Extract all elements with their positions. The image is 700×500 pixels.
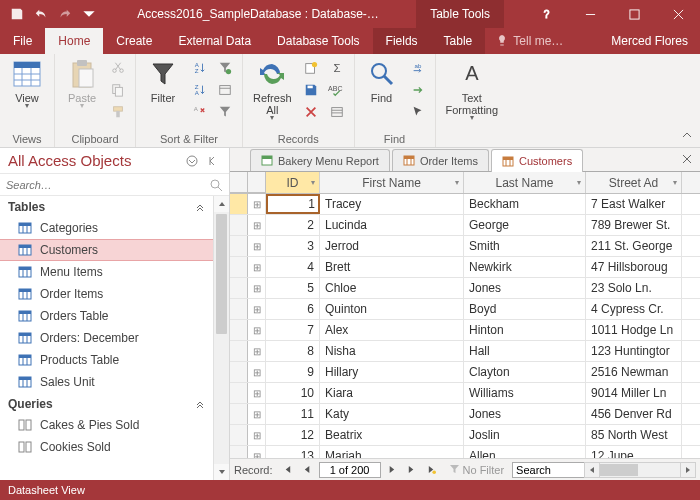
nav-collapse-icon[interactable] (203, 152, 221, 170)
nav-item[interactable]: Categories (0, 217, 213, 239)
selection-filter-button[interactable] (214, 58, 236, 78)
nav-item[interactable]: Products Table (0, 349, 213, 371)
replace-button[interactable]: ab (407, 58, 429, 78)
row-selector[interactable] (230, 278, 248, 298)
delete-record-button[interactable] (300, 102, 322, 122)
row-selector[interactable] (230, 320, 248, 340)
paste-button[interactable]: Paste▾ (61, 56, 103, 113)
tab-database-tools[interactable]: Database Tools (264, 28, 373, 54)
nav-item[interactable]: Customers (0, 239, 213, 261)
sort-asc-button[interactable]: AZ (188, 58, 210, 78)
select-all-cell[interactable] (230, 172, 248, 193)
scroll-thumb[interactable] (600, 464, 638, 476)
tab-file[interactable]: File (0, 28, 45, 54)
column-header[interactable]: Last Name▾ (464, 172, 586, 193)
record-position-input[interactable] (319, 462, 381, 478)
view-button[interactable]: View▾ (6, 56, 48, 113)
scroll-thumb[interactable] (216, 214, 227, 334)
nav-menu-dropdown-icon[interactable] (183, 152, 201, 170)
nav-item[interactable]: Menu Items (0, 261, 213, 283)
find-button[interactable]: Find (361, 56, 403, 106)
column-header[interactable]: First Name▾ (320, 172, 464, 193)
scroll-left-icon[interactable] (584, 462, 600, 478)
format-painter-button[interactable] (107, 102, 129, 122)
redo-icon[interactable] (54, 3, 76, 25)
qat-dropdown-icon[interactable] (78, 3, 100, 25)
column-header[interactable]: Street Ad▾ (586, 172, 682, 193)
filter-indicator[interactable]: No Filter (443, 464, 511, 476)
nav-title[interactable]: All Access Objects (8, 152, 181, 169)
nav-group-tables[interactable]: Tables (0, 196, 213, 217)
column-header[interactable]: ID▾ (266, 172, 320, 193)
table-row[interactable]: ⊞ 7 Alex Hinton 1011 Hodge Ln (230, 320, 700, 341)
row-selector[interactable] (230, 362, 248, 382)
expand-row-button[interactable]: ⊞ (248, 320, 266, 340)
maximize-button[interactable] (612, 0, 656, 28)
tab-home[interactable]: Home (45, 28, 103, 54)
undo-icon[interactable] (30, 3, 52, 25)
nav-item[interactable]: Order Items (0, 283, 213, 305)
scroll-down-icon[interactable] (214, 464, 229, 480)
tab-external-data[interactable]: External Data (165, 28, 264, 54)
user-name[interactable]: Merced Flores (599, 28, 700, 54)
expand-row-button[interactable]: ⊞ (248, 236, 266, 256)
scroll-up-icon[interactable] (214, 196, 229, 212)
expand-row-button[interactable]: ⊞ (248, 425, 266, 445)
table-row[interactable]: ⊞ 2 Lucinda George 789 Brewer St. (230, 215, 700, 236)
filter-button[interactable]: Filter (142, 56, 184, 106)
expand-row-button[interactable]: ⊞ (248, 404, 266, 424)
row-selector[interactable] (230, 236, 248, 256)
close-button[interactable] (656, 0, 700, 28)
nav-item[interactable]: Orders Table (0, 305, 213, 327)
save-record-button[interactable] (300, 80, 322, 100)
prev-record-button[interactable] (299, 461, 317, 479)
table-row[interactable]: ⊞ 4 Brett Newkirk 47 Hillsboroug (230, 257, 700, 278)
new-record-nav-button[interactable] (423, 461, 441, 479)
document-tab[interactable]: Customers (491, 149, 583, 172)
row-selector[interactable] (230, 341, 248, 361)
text-formatting-button[interactable]: A Text Formatting▾ (442, 56, 503, 125)
nav-search-input[interactable] (6, 179, 209, 191)
table-row[interactable]: ⊞ 12 Beatrix Joslin 85 North West (230, 425, 700, 446)
collapse-ribbon-button[interactable] (678, 127, 696, 145)
row-selector[interactable] (230, 194, 248, 214)
expand-row-button[interactable]: ⊞ (248, 215, 266, 235)
help-button[interactable]: ? (524, 0, 568, 28)
expand-row-button[interactable]: ⊞ (248, 194, 266, 214)
copy-button[interactable] (107, 80, 129, 100)
nav-item[interactable]: Orders: December (0, 327, 213, 349)
table-row[interactable]: ⊞ 9 Hillary Clayton 2516 Newman (230, 362, 700, 383)
remove-sort-button[interactable]: A (188, 102, 210, 122)
nav-item[interactable]: Sales Unit (0, 371, 213, 393)
expand-row-button[interactable]: ⊞ (248, 278, 266, 298)
nav-group-queries[interactable]: Queries (0, 393, 213, 414)
expand-row-button[interactable]: ⊞ (248, 299, 266, 319)
record-search-input[interactable] (512, 462, 592, 478)
expand-row-button[interactable]: ⊞ (248, 446, 266, 458)
expand-row-button[interactable]: ⊞ (248, 362, 266, 382)
expand-row-button[interactable]: ⊞ (248, 257, 266, 277)
row-selector[interactable] (230, 383, 248, 403)
document-tab[interactable]: Bakery Menu Report (250, 149, 390, 171)
sort-desc-button[interactable]: ZA (188, 80, 210, 100)
next-record-button[interactable] (383, 461, 401, 479)
table-row[interactable]: ⊞ 5 Chloe Jones 23 Solo Ln. (230, 278, 700, 299)
goto-button[interactable] (407, 80, 429, 100)
row-selector[interactable] (230, 446, 248, 458)
last-record-button[interactable] (403, 461, 421, 479)
row-selector[interactable] (230, 425, 248, 445)
row-selector[interactable] (230, 215, 248, 235)
close-tab-button[interactable] (680, 152, 694, 166)
toggle-filter-button[interactable] (214, 102, 236, 122)
scroll-right-icon[interactable] (680, 462, 696, 478)
table-row[interactable]: ⊞ 6 Quinton Boyd 4 Cypress Cr. (230, 299, 700, 320)
tab-create[interactable]: Create (103, 28, 165, 54)
table-row[interactable]: ⊞ 10 Kiara Williams 9014 Miller Ln (230, 383, 700, 404)
cut-button[interactable] (107, 58, 129, 78)
more-records-button[interactable] (326, 102, 348, 122)
table-row[interactable]: ⊞ 11 Katy Jones 456 Denver Rd (230, 404, 700, 425)
save-icon[interactable] (6, 3, 28, 25)
scroll-track[interactable] (600, 462, 680, 478)
refresh-all-button[interactable]: Refresh All▾ (249, 56, 296, 125)
table-row[interactable]: ⊞ 1 Tracey Beckham 7 East Walker (230, 194, 700, 215)
